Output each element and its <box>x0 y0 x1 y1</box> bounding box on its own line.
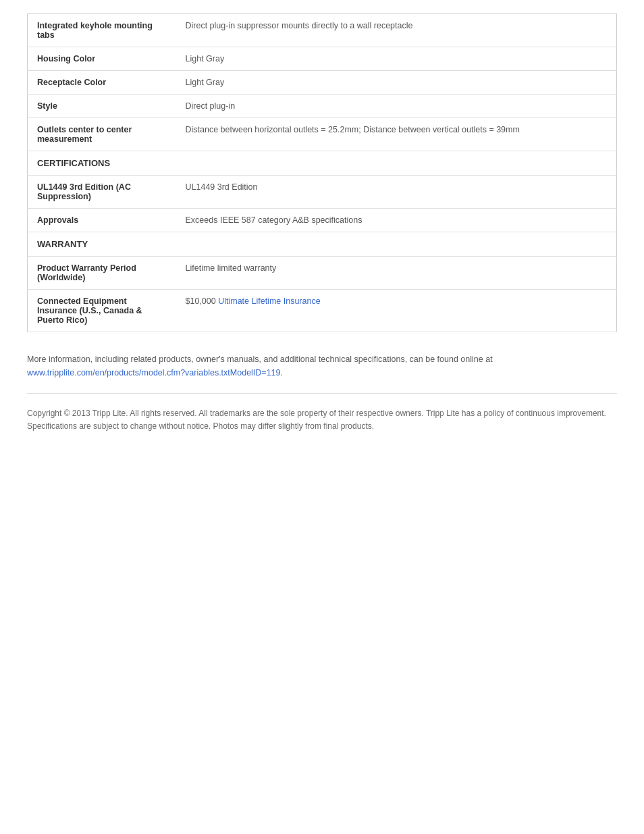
row-value: Light Gray <box>176 71 617 95</box>
row-value: Light Gray <box>176 47 617 71</box>
row-label: Product Warranty Period (Worldwide) <box>28 257 176 290</box>
table-row: Style Direct plug-in <box>28 95 617 118</box>
warranty-header-row: WARRANTY <box>28 232 617 257</box>
row-value: Distance between horizontal outlets = 25… <box>176 118 617 151</box>
row-label: Approvals <box>28 209 176 232</box>
row-value-insurance: $10,000 Ultimate Lifetime Insurance <box>176 290 617 332</box>
row-value: Exceeds IEEE 587 category A&B specificat… <box>176 209 617 232</box>
warranty-header: WARRANTY <box>28 232 617 257</box>
more-info-link[interactable]: www.tripplite.com/en/products/model.cfm?… <box>27 368 281 377</box>
row-label: Housing Color <box>28 47 176 71</box>
table-row: Connected Equipment Insurance (U.S., Can… <box>28 290 617 332</box>
row-value: Lifetime limited warranty <box>176 257 617 290</box>
insurance-link[interactable]: Ultimate Lifetime Insurance <box>218 296 320 306</box>
table-row: Integrated keyhole mounting tabs Direct … <box>28 14 617 47</box>
row-label: Integrated keyhole mounting tabs <box>28 14 176 47</box>
row-label: UL1449 3rd Edition (AC Suppression) <box>28 176 176 209</box>
table-row: Outlets center to center measurement Dis… <box>28 118 617 151</box>
certifications-header-row: CERTIFICATIONS <box>28 151 617 176</box>
certifications-header: CERTIFICATIONS <box>28 151 617 176</box>
table-row: Product Warranty Period (Worldwide) Life… <box>28 257 617 290</box>
insurance-amount: $10,000 <box>186 296 219 306</box>
row-label: Style <box>28 95 176 118</box>
table-row: Receptacle Color Light Gray <box>28 71 617 95</box>
more-info-section: More information, including related prod… <box>27 353 617 394</box>
table-row: Approvals Exceeds IEEE 587 category A&B … <box>28 209 617 232</box>
spec-table: Integrated keyhole mounting tabs Direct … <box>27 14 617 332</box>
copyright-text: Copyright © 2013 Tripp Lite. All rights … <box>27 407 617 433</box>
row-label: Connected Equipment Insurance (U.S., Can… <box>28 290 176 332</box>
table-row: UL1449 3rd Edition (AC Suppression) UL14… <box>28 176 617 209</box>
more-info-text: More information, including related prod… <box>27 355 493 364</box>
row-label: Receptacle Color <box>28 71 176 95</box>
table-row: Housing Color Light Gray <box>28 47 617 71</box>
row-value: Direct plug-in <box>176 95 617 118</box>
row-value: Direct plug-in suppressor mounts directl… <box>176 14 617 47</box>
row-label: Outlets center to center measurement <box>28 118 176 151</box>
row-value: UL1449 3rd Edition <box>176 176 617 209</box>
